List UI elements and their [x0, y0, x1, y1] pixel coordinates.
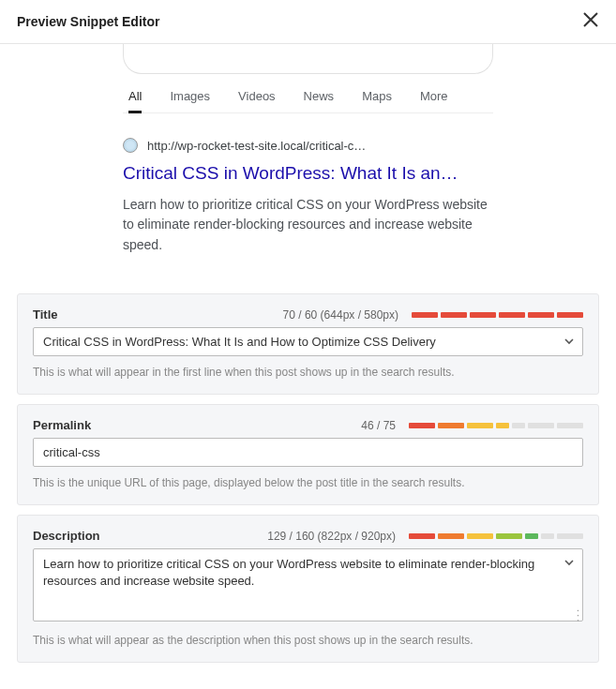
- score-segment: [512, 423, 525, 428]
- description-help: This is what will appear as the descript…: [33, 634, 583, 647]
- title-input[interactable]: [33, 327, 583, 356]
- permalink-help: This is the unique URL of this page, dis…: [33, 476, 583, 489]
- editor-header: Preview Snippet Editor: [0, 0, 616, 44]
- score-segment: [438, 533, 464, 539]
- score-segment: [438, 423, 464, 428]
- score-segment: [470, 312, 496, 318]
- score-segment: [496, 423, 509, 428]
- score-segment: [467, 423, 493, 428]
- title-help: This is what will appear in the first li…: [33, 366, 583, 379]
- tab-all[interactable]: All: [128, 89, 142, 112]
- title-field-group: Title 70 / 60 (644px / 580px) This is wh…: [17, 293, 599, 395]
- title-counter: 70 / 60 (644px / 580px): [283, 308, 398, 322]
- score-segment: [528, 423, 554, 428]
- score-segment: [409, 533, 435, 539]
- title-label: Title: [33, 307, 58, 322]
- editor-title: Preview Snippet Editor: [17, 14, 159, 29]
- description-counter: 129 / 160 (822px / 920px): [267, 530, 396, 543]
- score-segment: [409, 423, 435, 428]
- description-field-group: Description 129 / 160 (822px / 920px) ⋰ …: [17, 515, 599, 663]
- permalink-score-bar: [409, 423, 583, 428]
- score-segment: [441, 312, 467, 318]
- permalink-counter: 46 / 75: [361, 419, 396, 432]
- tab-images[interactable]: Images: [170, 89, 210, 112]
- score-segment: [557, 533, 583, 539]
- score-segment: [467, 533, 493, 539]
- score-segment: [496, 533, 522, 539]
- result-url: http://wp-rocket-test-site.local/critica…: [147, 139, 366, 153]
- permalink-field-group: Permalink 46 / 75 This is the unique URL…: [17, 404, 599, 505]
- permalink-label: Permalink: [33, 418, 91, 432]
- title-score-bar: [412, 312, 583, 318]
- score-segment: [499, 312, 525, 318]
- serp-preview: All Images Videos News Maps More http://…: [0, 44, 616, 284]
- permalink-input[interactable]: [33, 438, 583, 467]
- tab-more[interactable]: More: [420, 89, 448, 112]
- close-icon[interactable]: [582, 11, 599, 32]
- serp-tabs: All Images Videos News Maps More: [123, 89, 493, 113]
- score-segment: [412, 312, 438, 318]
- result-url-row: http://wp-rocket-test-site.local/critica…: [123, 138, 493, 153]
- description-input[interactable]: [33, 548, 583, 622]
- tab-maps[interactable]: Maps: [362, 89, 392, 112]
- tab-news[interactable]: News: [304, 89, 335, 112]
- score-segment: [557, 312, 583, 318]
- result-description: Learn how to prioritize critical CSS on …: [123, 195, 493, 256]
- result-title: Critical CSS in WordPress: What It Is an…: [123, 162, 493, 186]
- score-segment: [528, 312, 554, 318]
- score-segment: [541, 533, 554, 539]
- description-label: Description: [33, 529, 100, 543]
- description-score-bar: [409, 533, 583, 539]
- serp-result: http://wp-rocket-test-site.local/critica…: [123, 138, 493, 275]
- score-segment: [557, 423, 583, 428]
- globe-icon: [123, 138, 138, 153]
- search-box: [123, 44, 493, 74]
- tab-videos[interactable]: Videos: [238, 89, 276, 112]
- score-segment: [525, 533, 538, 539]
